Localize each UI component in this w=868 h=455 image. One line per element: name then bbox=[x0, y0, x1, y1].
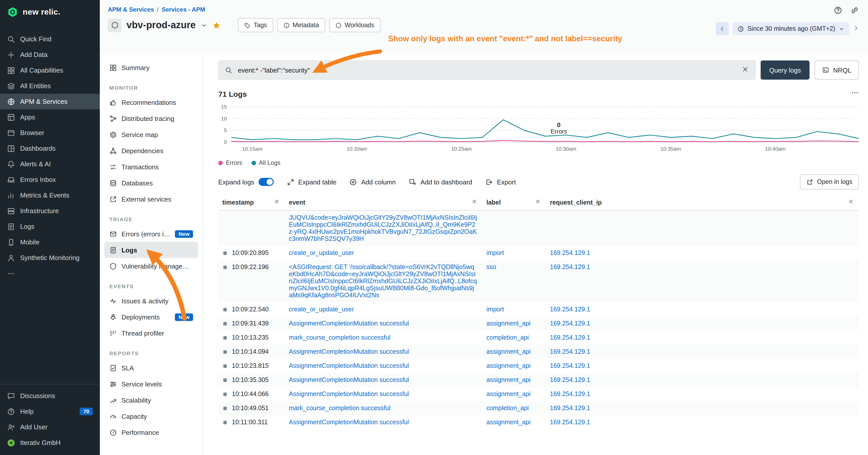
log-ip-link[interactable]: 169.254.129.1 bbox=[550, 419, 590, 426]
log-row[interactable]: 10:10:49.051 mark_course_completion succ… bbox=[218, 401, 859, 415]
log-label-link[interactable]: import bbox=[487, 250, 504, 257]
log-label-link[interactable]: assignment_api bbox=[487, 320, 530, 327]
nav-item-add-user[interactable]: Add User bbox=[0, 419, 100, 435]
sidebar-item-external-services[interactable]: External services bbox=[104, 191, 198, 207]
log-ip-link[interactable]: 169.254.129.1 bbox=[550, 263, 590, 270]
sidebar-item-errors-errors-inb[interactable]: Errors (errors inb... New bbox=[104, 226, 198, 242]
remove-column-timestamp-button[interactable] bbox=[274, 198, 280, 206]
log-row[interactable]: 10:10:13.235 mark_course_completion succ… bbox=[218, 330, 859, 345]
add-to-dashboard-button[interactable]: Add to dashboard bbox=[409, 178, 472, 186]
tags-button[interactable]: Tags bbox=[238, 18, 273, 32]
log-label-link[interactable]: completion_api bbox=[487, 334, 529, 341]
sidebar-item-issues-activity[interactable]: Issues & activity bbox=[104, 293, 198, 309]
export-button[interactable]: Export bbox=[486, 178, 516, 186]
logs-query-input[interactable] bbox=[237, 66, 737, 74]
nav-item-help[interactable]: Help 70 bbox=[0, 403, 100, 419]
row-detail-icon[interactable] bbox=[222, 420, 228, 425]
sidebar-item-capacity[interactable]: Capacity bbox=[104, 408, 198, 424]
row-detail-icon[interactable] bbox=[222, 391, 228, 397]
row-detail-icon[interactable] bbox=[222, 335, 228, 340]
log-event-link[interactable]: mark_course_completion successful bbox=[289, 334, 391, 341]
sidebar-item-transactions[interactable]: Transactions bbox=[104, 159, 198, 175]
sidebar-item-vulnerability-management[interactable]: Vulnerability Management bbox=[104, 258, 198, 274]
nav-item-logs[interactable]: Logs bbox=[0, 219, 100, 234]
nav-item-all-capabilities[interactable]: All Capabilities bbox=[0, 63, 100, 78]
remove-column-label-button[interactable] bbox=[535, 198, 541, 206]
nav-item-synthetic-monitoring[interactable]: Synthetic Monitoring bbox=[0, 250, 100, 265]
log-label-link[interactable]: assignment_api bbox=[487, 419, 530, 426]
log-event-link[interactable]: AssignmentCompletionMutation successful bbox=[289, 419, 409, 426]
log-row[interactable]: 10:09:22.196 <ASGIRequest: GET '/sso/cal… bbox=[218, 260, 859, 302]
sidebar-item-thread-profiler[interactable]: Thread profiler bbox=[104, 325, 198, 341]
row-detail-icon[interactable] bbox=[222, 251, 228, 256]
row-detail-icon[interactable] bbox=[222, 307, 228, 313]
log-row[interactable]: 10:09:31.439 AssignmentCompletionMutatio… bbox=[218, 317, 859, 330]
log-ip-link[interactable]: 169.254.129.1 bbox=[550, 320, 590, 327]
new-relic-logo[interactable]: new relic. bbox=[0, 0, 100, 24]
expand-logs-toggle[interactable] bbox=[258, 178, 274, 186]
log-event-link[interactable]: mark_course_completion successful bbox=[289, 404, 391, 412]
log-label-link[interactable]: assignment_api bbox=[487, 390, 530, 397]
log-row[interactable]: JUQVU&code=eyJraWQiOiJjcGltY29yZV8wOTI1M… bbox=[218, 210, 859, 246]
sidebar-item-databases[interactable]: Databases bbox=[104, 175, 198, 191]
nav-item-errors-inbox[interactable]: Errors Inbox bbox=[0, 172, 100, 188]
remove-column-event-button[interactable] bbox=[471, 198, 477, 206]
nav-item-browser[interactable]: Browser bbox=[0, 125, 100, 140]
sidebar-item-recommendations[interactable]: Recommendations bbox=[104, 94, 198, 110]
log-label-link[interactable]: completion_api bbox=[487, 404, 529, 412]
log-label-link[interactable]: import bbox=[487, 306, 504, 313]
nav-item-all-entities[interactable]: All Entities bbox=[0, 78, 100, 94]
log-event-link[interactable]: JUQVU&code=eyJraWQiOiJjcGltY29yZV8wOTI1M… bbox=[289, 214, 477, 242]
row-detail-icon[interactable] bbox=[222, 405, 228, 411]
row-detail-icon[interactable] bbox=[222, 349, 228, 355]
row-detail-icon[interactable] bbox=[222, 363, 228, 369]
log-ip-link[interactable]: 169.254.129.1 bbox=[550, 404, 590, 412]
row-detail-icon[interactable] bbox=[222, 264, 228, 270]
log-label-link[interactable]: assignment_api bbox=[487, 348, 530, 355]
log-event-link[interactable]: AssignmentCompletionMutation successful bbox=[289, 362, 409, 369]
nrql-button[interactable]: NRQL bbox=[814, 61, 859, 79]
time-picker[interactable]: Since 30 minutes ago (GMT+2) bbox=[733, 22, 849, 35]
sidebar-item-performance[interactable]: Performance bbox=[104, 424, 198, 441]
nav-item-discussions[interactable]: Discussions bbox=[0, 388, 100, 403]
breadcrumb-services-apm[interactable]: Services - APM bbox=[161, 6, 205, 13]
add-column-button[interactable]: Add column bbox=[349, 178, 396, 186]
workloads-button[interactable]: Workloads bbox=[329, 18, 380, 32]
log-event-link[interactable]: AssignmentCompletionMutation successful bbox=[289, 348, 409, 355]
time-forward-button[interactable] bbox=[853, 24, 859, 33]
nav-item-metrics-events[interactable]: Metrics & Events bbox=[0, 188, 100, 203]
sidebar-item-distributed-tracing[interactable]: Distributed tracing bbox=[104, 110, 198, 127]
nav-item-apm-services[interactable]: APM & Services bbox=[0, 94, 100, 109]
log-ip-link[interactable]: 169.254.129.1 bbox=[550, 362, 590, 369]
log-ip-link[interactable]: 169.254.129.1 bbox=[550, 334, 590, 341]
sidebar-item-sla[interactable]: SLA bbox=[104, 360, 198, 376]
nav-item-iterativ-gmbh[interactable]: Iterativ GmbH bbox=[0, 435, 100, 451]
log-row[interactable]: 10:10:44.066 AssignmentCompletionMutatio… bbox=[218, 387, 859, 401]
log-ip-link[interactable]: 169.254.129.1 bbox=[550, 390, 590, 397]
sidebar-item-summary[interactable]: Summary bbox=[104, 60, 198, 75]
log-event-link[interactable]: AssignmentCompletionMutation successful bbox=[289, 390, 409, 397]
log-event-link[interactable]: create_or_update_user bbox=[289, 306, 354, 313]
log-ip-link[interactable]: 169.254.129.1 bbox=[550, 250, 590, 257]
metadata-button[interactable]: Metadata bbox=[277, 18, 325, 32]
nav-item-more[interactable] bbox=[0, 265, 100, 281]
breadcrumb-apm-services[interactable]: APM & Services bbox=[108, 6, 154, 13]
log-event-link[interactable]: create_or_update_user bbox=[289, 250, 354, 257]
log-ip-link[interactable]: 169.254.129.1 bbox=[550, 306, 590, 313]
log-row[interactable]: 10:11:00.311 AssignmentCompletionMutatio… bbox=[218, 415, 859, 429]
sidebar-item-deployments[interactable]: Deployments New bbox=[104, 309, 198, 325]
clear-query-button[interactable] bbox=[742, 65, 749, 75]
expand-table-button[interactable]: Expand table bbox=[286, 178, 337, 186]
log-row[interactable]: 10:09:22.540 create_or_update_user impor… bbox=[218, 302, 859, 317]
log-ip-link[interactable]: 169.254.129.1 bbox=[550, 348, 590, 355]
sidebar-item-service-map[interactable]: Service map bbox=[104, 127, 198, 142]
nav-item-mobile[interactable]: Mobile bbox=[0, 234, 100, 250]
log-row[interactable]: 10:10:23.815 AssignmentCompletionMutatio… bbox=[218, 359, 859, 373]
nav-item-add-data[interactable]: Add Data bbox=[0, 47, 100, 63]
row-detail-icon[interactable] bbox=[222, 321, 228, 326]
log-label-link[interactable]: sso bbox=[487, 263, 496, 270]
sidebar-item-logs[interactable]: Logs bbox=[104, 242, 198, 258]
sidebar-item-service-levels[interactable]: Service levels bbox=[104, 376, 198, 392]
log-row[interactable]: 10:10:35.305 AssignmentCompletionMutatio… bbox=[218, 373, 859, 387]
log-label-link[interactable]: assignment_api bbox=[487, 362, 530, 369]
